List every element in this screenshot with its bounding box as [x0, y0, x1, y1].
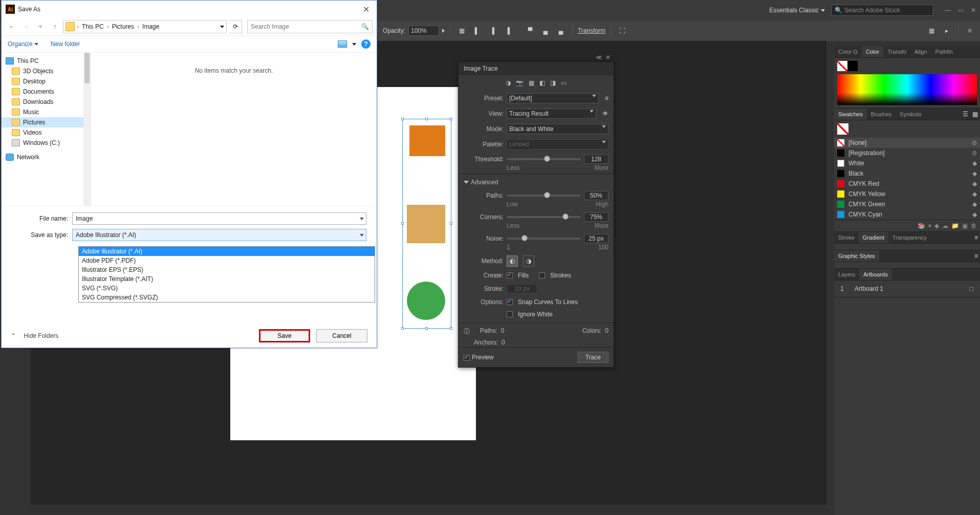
save-button[interactable]: Save	[259, 329, 310, 342]
corners-value[interactable]: 75%	[584, 212, 608, 222]
color-spectrum[interactable]	[837, 74, 977, 105]
swatch-gridview-icon[interactable]: ▦	[970, 109, 980, 120]
trace-preset-photo-icon[interactable]: 📷	[516, 79, 524, 87]
swatch-lib-icon[interactable]: 📚	[918, 222, 925, 229]
tree-item[interactable]: Pictures	[2, 117, 91, 127]
mode-select[interactable]: Black and White	[507, 124, 608, 134]
tab-swatches[interactable]: Swatches	[834, 109, 867, 120]
fills-checkbox[interactable]	[507, 272, 513, 278]
view-select[interactable]: Tracing Result	[507, 109, 596, 119]
paths-slider[interactable]	[507, 195, 581, 197]
tab-symbols[interactable]: Symbols	[896, 109, 925, 120]
nav-up-icon[interactable]: ↑	[49, 20, 61, 33]
panel-menu-icon[interactable]: ≡	[964, 25, 976, 37]
restore-icon[interactable]: ▭	[958, 7, 964, 14]
preset-menu-icon[interactable]: ≡	[605, 95, 608, 102]
tree-item[interactable]: Network	[2, 152, 91, 162]
newfolder-button[interactable]: New folder	[51, 40, 80, 48]
trace-preset-bw-icon[interactable]: ◨	[550, 79, 556, 87]
align-icon[interactable]: ▦	[455, 25, 468, 37]
align-hcenter-icon[interactable]: ▐	[486, 25, 498, 37]
saveastype-select[interactable]: Adobe Illustrator (*.AI)	[72, 229, 366, 241]
organize-menu[interactable]: Organize	[8, 40, 38, 48]
nav-back-icon[interactable]: ←	[6, 20, 18, 33]
paths-value[interactable]: 50%	[584, 191, 608, 200]
filetype-option[interactable]: SVG (*.SVG)	[79, 284, 375, 293]
hide-folders-toggle[interactable]: ⌃ Hide Folders	[11, 332, 58, 339]
align-vcenter-icon[interactable]: ▄	[539, 25, 552, 37]
trace-preset-auto-icon[interactable]: ◑	[506, 79, 511, 87]
swatch-row[interactable]: [Registration]⊘	[834, 148, 980, 158]
swatch-row[interactable]: CMYK Green◆	[834, 199, 980, 209]
preset-select[interactable]: [Default]	[507, 93, 599, 103]
gpu-icon[interactable]: ▸	[941, 25, 953, 37]
stroke-swatch[interactable]	[847, 61, 858, 71]
view-mode-icon[interactable]	[338, 40, 347, 48]
tab-transform[interactable]: Transfo	[883, 46, 910, 57]
panel-menu-icon[interactable]: ≡	[972, 232, 980, 243]
trace-preset-lowcolor-icon[interactable]: ▦	[529, 79, 534, 87]
isolate-icon[interactable]: ⛶	[616, 25, 628, 37]
method-overlap-icon[interactable]: ◑	[523, 255, 534, 267]
align-left-icon[interactable]: ▌	[471, 25, 483, 37]
swatch-kind-icon[interactable]: ◆	[934, 222, 939, 229]
filetype-option[interactable]: Adobe PDF (*.PDF)	[79, 256, 375, 265]
tab-gradient[interactable]: Gradient	[859, 232, 888, 243]
threshold-value[interactable]: 128	[584, 155, 608, 164]
tab-transparency[interactable]: Transparency	[888, 232, 931, 243]
address-bar[interactable]: › This PC › Pictures › Image	[63, 20, 227, 33]
threshold-slider[interactable]	[507, 158, 581, 160]
snap-checkbox[interactable]	[507, 299, 513, 305]
view-mode-menu-icon[interactable]	[352, 43, 356, 46]
align-top-icon[interactable]: ▀	[524, 25, 536, 37]
swatch-row[interactable]: CMYK Red◆	[834, 179, 980, 189]
panel-menu-icon[interactable]: ≡	[972, 250, 980, 262]
cancel-button[interactable]: Cancel	[316, 329, 367, 342]
current-fill-icon[interactable]	[837, 123, 848, 135]
filename-history-icon[interactable]	[360, 218, 364, 220]
noise-value[interactable]: 25 px	[584, 234, 608, 243]
tree-item[interactable]: Windows (C:)	[2, 138, 91, 148]
tree-item[interactable]: Downloads	[2, 97, 91, 107]
swatch-row[interactable]: White◆	[834, 158, 980, 168]
arrange-docs-icon[interactable]: ▦	[925, 25, 938, 37]
artboard-row[interactable]: 1 Artboard 1 ◻	[837, 284, 977, 294]
filetype-option[interactable]: Illustrator Template (*.AIT)	[79, 274, 375, 284]
tree-scrollbar[interactable]	[83, 53, 91, 206]
swatch-delete-icon[interactable]: 🗑	[971, 222, 977, 229]
tree-item[interactable]: This PC	[2, 56, 91, 66]
explorer-search[interactable]: Search Image 🔍	[247, 20, 373, 33]
trace-button[interactable]: Trace	[578, 352, 608, 363]
preview-checkbox[interactable]	[464, 355, 470, 361]
corners-slider[interactable]	[507, 216, 581, 218]
filetype-option[interactable]: Adobe Illustrator (*.AI)	[79, 247, 375, 256]
tree-item[interactable]: Documents	[2, 87, 91, 97]
tab-pathfinder[interactable]: Pathfin	[931, 46, 957, 57]
close-icon[interactable]: ✕	[971, 7, 976, 14]
workspace-switcher[interactable]: Essentials Classic	[769, 7, 825, 14]
tree-item[interactable]: Desktop	[2, 76, 91, 87]
folder-tree[interactable]: This PC3D ObjectsDesktopDocumentsDownloa…	[2, 53, 91, 206]
noise-slider[interactable]	[507, 238, 581, 240]
tab-color[interactable]: Color	[862, 46, 883, 57]
swatch-menu-icon[interactable]: ▾	[928, 222, 931, 229]
tree-item[interactable]: Videos	[2, 127, 91, 138]
swatch-options-icon[interactable]: ☁	[942, 222, 948, 229]
artboard-options-icon[interactable]: ◻	[969, 285, 974, 292]
align-right-icon[interactable]: ▐	[502, 25, 514, 37]
swatch-group-icon[interactable]: 📁	[951, 222, 959, 229]
saveastype-dropdown[interactable]: Adobe Illustrator (*.AI)Adobe PDF (*.PDF…	[78, 246, 375, 303]
tree-item[interactable]: 3D Objects	[2, 66, 91, 76]
tab-brushes[interactable]: Brushes	[867, 109, 896, 120]
align-bottom-icon[interactable]: ▄	[555, 25, 567, 37]
address-history-icon[interactable]	[220, 26, 224, 28]
nav-recent-icon[interactable]	[34, 20, 47, 33]
filename-input[interactable]: Image	[72, 212, 366, 225]
trace-preset-outline-icon[interactable]: ▭	[561, 79, 567, 87]
transform-link[interactable]: Transform	[578, 27, 605, 34]
tab-align[interactable]: Align	[910, 46, 931, 57]
strokes-checkbox[interactable]	[539, 272, 545, 278]
fill-none-icon[interactable]	[837, 61, 847, 71]
tab-graphic-styles[interactable]: Graphic Styles	[834, 250, 879, 262]
opacity-popup-icon[interactable]	[442, 29, 445, 33]
